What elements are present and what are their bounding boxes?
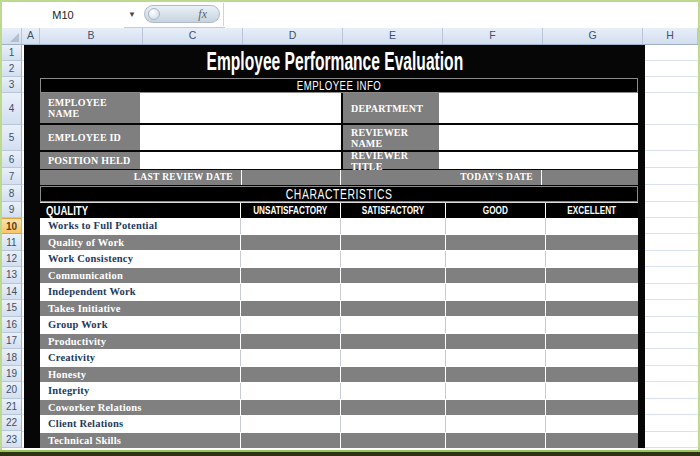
- row-header-21[interactable]: 21: [2, 399, 22, 415]
- rating-cell[interactable]: [240, 400, 340, 416]
- rating-cell[interactable]: [545, 317, 638, 333]
- rating-cell[interactable]: [545, 416, 638, 432]
- quality-label[interactable]: Works to Full Potential: [40, 218, 240, 234]
- row-header-5[interactable]: 5: [2, 125, 22, 151]
- rating-cell[interactable]: [445, 235, 545, 251]
- row-header-20[interactable]: 20: [2, 382, 22, 398]
- field-label[interactable]: REVIEWER TITLE: [343, 152, 439, 169]
- field-input[interactable]: [140, 152, 341, 169]
- rating-cell[interactable]: [340, 383, 445, 399]
- quality-label[interactable]: Independent Work: [40, 284, 240, 300]
- row-header-7[interactable]: 7: [2, 168, 22, 185]
- name-box[interactable]: [2, 2, 124, 28]
- column-header-E[interactable]: E: [343, 27, 443, 44]
- column-header-G[interactable]: G: [543, 27, 643, 44]
- quality-label[interactable]: Productivity: [40, 334, 240, 350]
- field-input[interactable]: [439, 125, 638, 150]
- row-header-10[interactable]: 10: [2, 218, 22, 234]
- field-input[interactable]: [140, 125, 341, 150]
- field-label[interactable]: REVIEWER NAME: [343, 125, 439, 150]
- quality-label[interactable]: Group Work: [40, 317, 240, 333]
- field-label[interactable]: POSITION HELD: [40, 152, 140, 169]
- rating-cell[interactable]: [545, 367, 638, 383]
- rating-cell[interactable]: [340, 218, 445, 234]
- quality-label[interactable]: Integrity: [40, 383, 240, 399]
- rating-cell[interactable]: [340, 317, 445, 333]
- date-label[interactable]: TODAY'S DATE: [340, 170, 541, 185]
- field-label[interactable]: EMPLOYEE ID: [40, 125, 140, 150]
- row-header-22[interactable]: 22: [2, 415, 22, 431]
- rating-cell[interactable]: [240, 383, 340, 399]
- row-header-14[interactable]: 14: [2, 284, 22, 300]
- rating-cell[interactable]: [340, 400, 445, 416]
- row-header-17[interactable]: 17: [2, 333, 22, 349]
- date-input[interactable]: [541, 170, 638, 185]
- rating-cell[interactable]: [545, 268, 638, 284]
- select-all-corner[interactable]: [2, 27, 22, 44]
- rating-cell[interactable]: [240, 235, 340, 251]
- row-header-13[interactable]: 13: [2, 267, 22, 283]
- rating-cell[interactable]: [545, 383, 638, 399]
- rating-cell[interactable]: [545, 350, 638, 366]
- rating-cell[interactable]: [340, 334, 445, 350]
- column-header-D[interactable]: D: [243, 27, 343, 44]
- rating-cell[interactable]: [340, 416, 445, 432]
- row-header-9[interactable]: 9: [2, 202, 22, 218]
- table-column-header[interactable]: QUALITY: [40, 203, 240, 218]
- rating-cell[interactable]: [240, 367, 340, 383]
- rating-cell[interactable]: [240, 433, 340, 449]
- rating-cell[interactable]: [340, 251, 445, 267]
- date-input[interactable]: [241, 170, 340, 185]
- table-column-header[interactable]: SATISFACTORY: [340, 203, 445, 218]
- rating-cell[interactable]: [340, 284, 445, 300]
- employee-info-section-bar[interactable]: EMPLOYEE INFO: [40, 78, 638, 93]
- row-header-2[interactable]: 2: [2, 61, 22, 77]
- row-header-8[interactable]: 8: [2, 185, 22, 202]
- rating-cell[interactable]: [545, 251, 638, 267]
- column-header-H[interactable]: H: [643, 27, 698, 44]
- row-header-12[interactable]: 12: [2, 251, 22, 267]
- rating-cell[interactable]: [545, 334, 638, 350]
- rating-cell[interactable]: [445, 416, 545, 432]
- formula-input[interactable]: [225, 2, 698, 28]
- rating-cell[interactable]: [445, 301, 545, 317]
- quality-label[interactable]: Work Consistency: [40, 251, 240, 267]
- rating-cell[interactable]: [445, 268, 545, 284]
- rating-cell[interactable]: [240, 251, 340, 267]
- quality-label[interactable]: Quality of Work: [40, 235, 240, 251]
- row-header-3[interactable]: 3: [2, 77, 22, 93]
- row-header-23[interactable]: 23: [2, 431, 22, 447]
- rating-cell[interactable]: [340, 235, 445, 251]
- rating-cell[interactable]: [240, 334, 340, 350]
- row-header-19[interactable]: 19: [2, 366, 22, 382]
- rating-cell[interactable]: [445, 317, 545, 333]
- table-column-header[interactable]: GOOD: [445, 203, 545, 218]
- column-header-F[interactable]: F: [443, 27, 543, 44]
- insert-function-button[interactable]: fx: [144, 5, 220, 23]
- row-header-18[interactable]: 18: [2, 349, 22, 365]
- rating-cell[interactable]: [240, 416, 340, 432]
- field-input[interactable]: [140, 93, 341, 123]
- rating-cell[interactable]: [445, 350, 545, 366]
- column-header-B[interactable]: B: [40, 27, 143, 44]
- rating-cell[interactable]: [240, 218, 340, 234]
- table-column-header[interactable]: EXCELLENT: [545, 203, 638, 218]
- rating-cell[interactable]: [240, 301, 340, 317]
- rating-cell[interactable]: [445, 251, 545, 267]
- quality-label[interactable]: Communication: [40, 268, 240, 284]
- rating-cell[interactable]: [545, 218, 638, 234]
- rating-cell[interactable]: [340, 433, 445, 449]
- field-label[interactable]: EMPLOYEE NAME: [40, 93, 140, 123]
- field-label[interactable]: DEPARTMENT: [343, 93, 439, 123]
- rating-cell[interactable]: [240, 317, 340, 333]
- quality-label[interactable]: Takes Initiative: [40, 301, 240, 317]
- rating-cell[interactable]: [545, 400, 638, 416]
- rating-cell[interactable]: [240, 268, 340, 284]
- rating-cell[interactable]: [340, 301, 445, 317]
- rating-cell[interactable]: [545, 301, 638, 317]
- rating-cell[interactable]: [340, 350, 445, 366]
- row-header-6[interactable]: 6: [2, 151, 22, 168]
- rating-cell[interactable]: [545, 433, 638, 449]
- rating-cell[interactable]: [445, 334, 545, 350]
- rating-cell[interactable]: [445, 367, 545, 383]
